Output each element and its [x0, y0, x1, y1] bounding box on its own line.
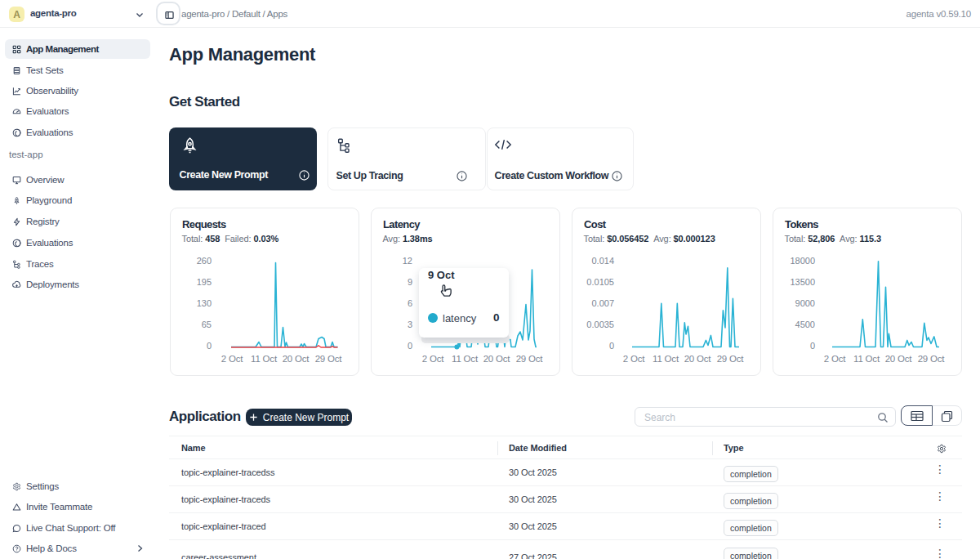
svg-text:0.0105: 0.0105 — [586, 277, 614, 287]
svg-text:20 Oct: 20 Oct — [885, 354, 913, 364]
svg-text:29 Oct: 29 Oct — [918, 354, 946, 364]
svg-text:6: 6 — [408, 298, 412, 308]
svg-text:9: 9 — [408, 277, 412, 287]
svg-text:11 Oct: 11 Oct — [452, 354, 479, 364]
svg-text:2 Oct: 2 Oct — [623, 354, 645, 364]
svg-text:20 Oct: 20 Oct — [283, 354, 310, 364]
svg-text:0: 0 — [609, 341, 614, 351]
svg-text:2 Oct: 2 Oct — [824, 354, 846, 364]
svg-text:29 Oct: 29 Oct — [516, 354, 544, 364]
svg-text:0: 0 — [408, 341, 412, 351]
svg-text:260: 260 — [197, 256, 212, 266]
svg-text:4500: 4500 — [795, 320, 815, 329]
svg-text:0: 0 — [207, 341, 212, 351]
svg-text:65: 65 — [202, 320, 212, 329]
svg-text:29 Oct: 29 Oct — [315, 354, 343, 364]
svg-text:195: 195 — [197, 277, 212, 287]
svg-text:130: 130 — [197, 298, 212, 308]
svg-text:18000: 18000 — [790, 256, 815, 266]
svg-text:11 Oct: 11 Oct — [251, 354, 278, 364]
svg-text:2 Oct: 2 Oct — [221, 354, 243, 364]
svg-text:20 Oct: 20 Oct — [483, 354, 511, 364]
svg-text:0: 0 — [810, 341, 815, 351]
svg-text:3: 3 — [408, 320, 412, 329]
svg-text:11 Oct: 11 Oct — [653, 354, 679, 364]
svg-text:12: 12 — [403, 256, 412, 266]
svg-text:2 Oct: 2 Oct — [422, 354, 444, 364]
svg-text:0.007: 0.007 — [591, 298, 614, 308]
svg-text:0.014: 0.014 — [591, 256, 614, 266]
svg-text:9000: 9000 — [795, 298, 815, 308]
svg-text:20 Oct: 20 Oct — [684, 354, 712, 364]
svg-text:29 Oct: 29 Oct — [717, 354, 745, 364]
svg-text:11 Oct: 11 Oct — [853, 354, 880, 364]
svg-text:13500: 13500 — [790, 277, 815, 287]
svg-text:0.0035: 0.0035 — [586, 320, 614, 329]
